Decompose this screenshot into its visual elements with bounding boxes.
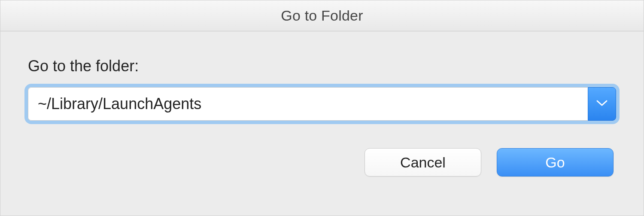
go-to-folder-dialog: Go to Folder Go to the folder: Cancel Go (0, 0, 644, 216)
folder-path-input[interactable] (28, 87, 588, 121)
go-button[interactable]: Go (497, 148, 614, 176)
dialog-button-row: Cancel Go (28, 148, 616, 176)
prompt-label: Go to the folder: (28, 57, 616, 75)
cancel-button[interactable]: Cancel (365, 148, 481, 176)
chevron-down-icon (596, 99, 608, 109)
dialog-title-bar: Go to Folder (0, 0, 644, 31)
dialog-title: Go to Folder (281, 7, 363, 24)
folder-path-combobox[interactable] (28, 87, 616, 121)
dialog-body: Go to the folder: Cancel Go (0, 31, 644, 216)
dropdown-toggle-button[interactable] (588, 87, 616, 121)
